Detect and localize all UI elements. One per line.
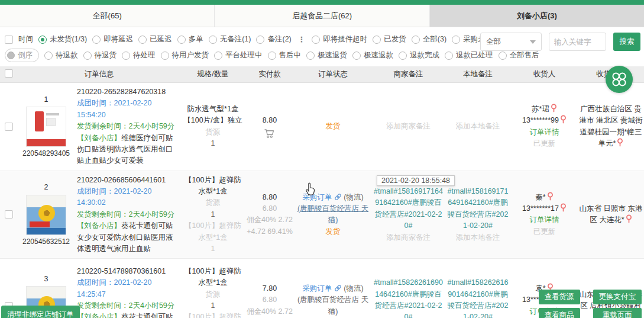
filter-fast-refund[interactable]: 极速退款 xyxy=(352,50,393,60)
view-product-button[interactable]: 查看商品 xyxy=(539,308,580,318)
local-note-cell: 添加本地备注 xyxy=(445,83,511,171)
add-local-note-link[interactable]: 添加本地备注 xyxy=(456,232,500,243)
source-label: 货源 xyxy=(206,127,221,138)
add-merchant-note-link[interactable]: 添加商家备注 xyxy=(386,121,431,132)
ship-remaining-time: 发货剩余时间：2天4小时59分 xyxy=(77,121,179,132)
filter-label: 待退款 xyxy=(56,50,78,60)
local-note-cell: #tmall#1582626169014642160#唐鹏骏百货经营店#2021… xyxy=(445,259,511,318)
product-title-line[interactable]: 【刘备小店】葵花卡通创可贴女少女可爱防水创口贴医用液体透明透气家用止血贴 xyxy=(77,311,179,318)
tab-all-shops[interactable]: 全部(65) xyxy=(0,5,215,27)
logistics-label[interactable]: (物流) xyxy=(344,193,363,201)
reload-page-button[interactable]: 重载页面 xyxy=(593,308,642,318)
tab-shop-qiyue[interactable]: 启越食品二店(62) xyxy=(215,5,429,27)
purchase-shop-link[interactable]: (唐鹏骏百货经营店 天猫) xyxy=(295,203,371,226)
add-merchant-note-link[interactable]: 添加商家备注 xyxy=(386,232,431,243)
filter-pickup-timeout[interactable]: 即将揽件超时 xyxy=(312,34,367,44)
filter-with-note[interactable]: 备注(2) xyxy=(256,34,291,44)
sort-desc-toggle[interactable]: 倒序 xyxy=(5,49,39,62)
filter-return-pending[interactable]: 待退货 xyxy=(83,50,117,60)
filter-no-note[interactable]: 无备注(1) xyxy=(209,34,251,44)
order-detail-link[interactable]: 订单详情 xyxy=(530,127,559,138)
timestamp-tooltip: 2021-02-20 18:55:48 xyxy=(377,175,455,186)
ship-status[interactable]: 发货 xyxy=(326,226,341,237)
filter-aftersale-in[interactable]: 售后中 xyxy=(268,50,302,60)
product-thumbnail[interactable] xyxy=(26,107,66,147)
tab-shop-liubei[interactable]: 刘备小店(3) xyxy=(430,5,644,27)
filter-refund-pending[interactable]: 待退款 xyxy=(44,50,78,60)
filter-label: 无备注(1) xyxy=(220,34,251,44)
thumb-decor xyxy=(38,205,55,221)
receiver-phone: 13*******17 xyxy=(522,204,559,213)
paid-cell: 8.80 6.80 佣金40% 2.72 +4.72 69.41% xyxy=(245,171,294,259)
product-thumbnail[interactable] xyxy=(26,195,66,235)
radio-icon xyxy=(7,52,15,59)
ship-status[interactable]: 发货 xyxy=(326,121,341,132)
filter-refund-processed[interactable]: 退款已处理 xyxy=(445,50,493,60)
change-alipay-button[interactable]: 更换支付宝 xyxy=(593,290,642,304)
select-all-checkbox[interactable] xyxy=(5,69,13,78)
spec-text-secondary: 【100片】超弹防水型*1盒 xyxy=(182,220,244,243)
local-note[interactable]: #tmall#1582626169014642160#唐鹏骏百货经营店#2021… xyxy=(446,277,510,318)
filter-not-shipped[interactable]: 未发货(1/3) xyxy=(38,34,87,44)
cart-icon[interactable] xyxy=(264,129,276,139)
filter-fast-return[interactable]: 极速退货 xyxy=(306,50,347,60)
filter-label: 退款已处理 xyxy=(456,50,493,60)
product-title-line[interactable]: 【刘备小店】维德医疗创可贴伤口贴透明防水透气医用创口贴止血贴少女可爱装 xyxy=(77,133,179,167)
view-source-button[interactable]: 查看货源 xyxy=(539,290,580,304)
filter-all-aftersale[interactable]: 全部售后 xyxy=(499,50,539,60)
local-note[interactable]: #tmall#1581691716491642160#唐鹏骏百货经营店#2021… xyxy=(446,186,510,232)
spec-text-secondary: 【100片】超弹防水型*1盒 xyxy=(182,311,244,318)
thumb-decor xyxy=(35,111,44,131)
float-clover-button[interactable] xyxy=(606,66,633,93)
filter-shipped[interactable]: 已发货 xyxy=(373,34,406,44)
receiver-name: 秦* xyxy=(535,193,545,201)
order-detail-link[interactable]: 订单详情 xyxy=(530,214,559,226)
filter-label: 备注(2) xyxy=(267,34,291,44)
filter-to-process[interactable]: 待处理 xyxy=(122,50,156,60)
filter-multi-order[interactable]: 多单 xyxy=(177,34,203,44)
reveal-name-icon[interactable] xyxy=(551,104,557,113)
filter-refund-done[interactable]: 退款完成 xyxy=(399,50,439,60)
cost-amount: 6.80 xyxy=(263,294,277,306)
purchase-order-link[interactable]: 采购订单 xyxy=(302,193,332,201)
purchase-order-link[interactable]: 采购订单 xyxy=(302,284,332,293)
order-number[interactable]: 210220-265282847620318 xyxy=(77,86,179,98)
keyword-input[interactable] xyxy=(549,33,606,51)
order-number[interactable]: 210220-026685606441601 xyxy=(77,175,179,186)
radio-icon xyxy=(352,52,361,60)
commission: 佣金40% 2.72 xyxy=(247,214,293,226)
row-checkbox[interactable] xyxy=(5,123,13,131)
quantity-secondary: 1 xyxy=(211,243,215,255)
more-filters-icon[interactable]: ⋮ xyxy=(297,35,307,44)
filter-label: 退款完成 xyxy=(410,50,439,60)
reveal-name-icon[interactable] xyxy=(547,192,554,201)
radio-icon xyxy=(452,36,460,44)
time-checkbox[interactable] xyxy=(5,36,13,44)
filter-label: 已发货 xyxy=(384,34,406,44)
filter-user-to-ship[interactable]: 待用户发货 xyxy=(161,50,209,60)
reveal-phone-icon[interactable] xyxy=(560,115,567,124)
filter-delayed[interactable]: 已延迟 xyxy=(138,34,172,44)
link-icon xyxy=(334,193,342,201)
reveal-address-icon[interactable] xyxy=(626,214,632,223)
clean-unbound-orders-button[interactable]: 清理非绑定店铺订单 xyxy=(1,306,80,318)
filter-soon-delayed[interactable]: 即将延迟 xyxy=(92,34,133,44)
merchant-note[interactable]: #tmall#1582626169014642160#唐鹏骏百货经营店#2021… xyxy=(373,277,444,318)
reveal-address-icon[interactable] xyxy=(617,138,623,147)
shop-select-dropdown[interactable]: 全部 xyxy=(480,33,542,51)
updated-label: 已更新 xyxy=(533,138,556,149)
merchant-note[interactable]: #tmall#1581691716491642160#唐鹏骏百货经营店#2021… xyxy=(373,186,444,232)
filter-label: 极速退货 xyxy=(318,50,347,60)
reveal-phone-icon[interactable] xyxy=(560,203,567,212)
filter-label: 待退货 xyxy=(95,50,117,60)
product-id: 220545632512 xyxy=(22,236,70,248)
order-number[interactable]: 210220-514789870361601 xyxy=(77,266,179,277)
logistics-label[interactable]: (物流) xyxy=(344,284,363,293)
purchase-shop-link[interactable]: (唐鹏骏百货经营店 天猫) xyxy=(295,294,371,317)
product-title-line[interactable]: 【刘备小店】葵花卡通创可贴女少女可爱防水创口贴医用液体透明透气家用止血贴 xyxy=(77,220,179,255)
filter-platform-processing[interactable]: 平台处理中 xyxy=(214,50,263,60)
filter-all[interactable]: 全部(3) xyxy=(412,34,446,44)
row-checkbox[interactable] xyxy=(5,210,13,219)
add-local-note-link[interactable]: 添加本地备注 xyxy=(456,121,500,132)
search-button[interactable]: 搜索 xyxy=(613,33,640,51)
